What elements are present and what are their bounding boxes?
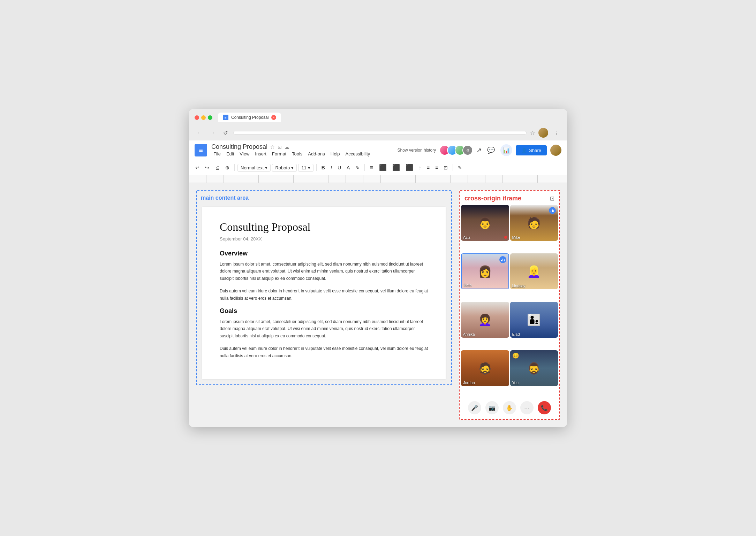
tab-docs-icon: ≡: [223, 115, 228, 120]
video-cell-mike: 🧑 Mike: [510, 205, 558, 241]
address-bar[interactable]: [233, 131, 527, 135]
underline-button[interactable]: U: [335, 163, 343, 172]
audio-bars-beth: [501, 258, 505, 261]
maximize-traffic-light[interactable]: [208, 115, 212, 120]
emoji-badge-you: 😊: [512, 352, 519, 359]
share-button[interactable]: 👤 Share: [516, 145, 547, 155]
style-dropdown[interactable]: Normal text ▾: [237, 164, 271, 172]
print-button[interactable]: 🖨: [213, 163, 222, 172]
size-dropdown-label: 11: [301, 165, 306, 170]
end-call-button[interactable]: 📞: [538, 401, 551, 414]
browser-window: ≡ Consulting Proposal × ← → ↺ ☆ ⋮ ≡ Cons…: [189, 109, 567, 427]
zoom-button[interactable]: ⊕: [223, 163, 232, 172]
participant-name-lindsay: Lindsay: [512, 284, 526, 288]
red-dot-aziz: [504, 236, 507, 239]
menu-addons[interactable]: Add-ons: [306, 151, 327, 157]
redo-button[interactable]: ↪: [203, 163, 211, 172]
menu-format[interactable]: Format: [270, 151, 288, 157]
cloud-icon[interactable]: ☁: [285, 144, 289, 150]
section1-heading: Overview: [220, 250, 428, 257]
numbered-list-button[interactable]: ≡: [433, 163, 440, 172]
trending-icon[interactable]: ↗: [476, 146, 482, 154]
collab-avatars: ⚙: [439, 145, 473, 155]
docs-document-title[interactable]: Consulting Proposal: [211, 143, 267, 151]
align-left-button[interactable]: ≡: [368, 163, 376, 173]
section2-para2: Duis autem vel eum iriure dolor in hendr…: [220, 345, 428, 359]
tab-close-button[interactable]: ×: [271, 115, 276, 120]
collab-avatar-4: ⚙: [462, 145, 473, 155]
italic-button[interactable]: I: [328, 163, 334, 172]
docs-title-row: Consulting Proposal ☆ ⊡ ☁: [211, 143, 372, 151]
docs-app-icon: ≡: [195, 144, 207, 156]
menu-tools[interactable]: Tools: [290, 151, 304, 157]
video-cell-annika: 👩‍🦱 Annika: [461, 302, 509, 338]
align-right-button[interactable]: ⬛: [390, 162, 402, 173]
share-icon: 👤: [521, 148, 527, 153]
main-area: main content area Consulting Proposal Se…: [189, 183, 567, 427]
menu-accessibility[interactable]: Accessibility: [343, 151, 372, 157]
participant-name-jordan: Jordan: [463, 381, 475, 385]
align-center-button[interactable]: ⬛: [377, 162, 389, 173]
font-dropdown-label: Roboto: [275, 165, 290, 170]
undo-button[interactable]: ↩: [193, 163, 202, 172]
raise-hand-button[interactable]: ✋: [503, 401, 516, 414]
align-justify-button[interactable]: ⬛: [403, 162, 415, 173]
line-spacing-button[interactable]: ↕: [417, 163, 423, 172]
toolbar-separator-3: [364, 164, 365, 171]
star-icon[interactable]: ☆: [270, 144, 275, 150]
camera-button[interactable]: 📷: [485, 401, 499, 414]
user-avatar-nav[interactable]: [538, 128, 548, 138]
toolbar-separator-2: [316, 164, 317, 171]
highlight-button[interactable]: ✎: [353, 163, 362, 172]
docs-header: ≡ Consulting Proposal ☆ ⊡ ☁ File Edit Vi…: [189, 140, 567, 160]
back-button[interactable]: ←: [195, 129, 204, 137]
size-dropdown[interactable]: 11 ▾: [298, 164, 313, 172]
forward-button[interactable]: →: [208, 129, 218, 137]
participant-name-mike: Mike: [512, 235, 520, 239]
font-dropdown[interactable]: Roboto ▾: [272, 164, 297, 172]
menu-help[interactable]: Help: [328, 151, 342, 157]
style-dropdown-label: Normal text: [241, 165, 264, 170]
docs-title-area: Consulting Proposal ☆ ⊡ ☁ File Edit View…: [211, 143, 372, 157]
bookmark-icon[interactable]: ☆: [530, 130, 535, 136]
participant-name-elad: Elad: [512, 332, 520, 336]
section1-para2: Duis autem vel eum iriure dolor in hendr…: [220, 288, 428, 302]
bullet-list-button[interactable]: ≡: [425, 163, 432, 172]
comments-button[interactable]: 💬: [485, 144, 497, 156]
doc-area[interactable]: main content area Consulting Proposal Se…: [189, 183, 459, 427]
bold-button[interactable]: B: [319, 163, 327, 172]
close-traffic-light[interactable]: [195, 115, 199, 120]
tab-title: Consulting Proposal: [231, 115, 269, 120]
nav-bar: ← → ↺ ☆ ⋮: [189, 125, 567, 140]
more-options-call-button[interactable]: ⋯: [520, 401, 534, 414]
ruler-marks: [189, 175, 567, 183]
more-options-button[interactable]: ✎: [456, 163, 464, 172]
browser-menu-button[interactable]: ⋮: [552, 129, 561, 137]
audio-bars-mike: [551, 209, 554, 212]
user-avatar-docs[interactable]: [550, 145, 561, 156]
video-cell-jordan: 🧔 Jordan: [461, 350, 509, 386]
video-cell-beth: 👩 Beth: [461, 253, 509, 289]
menu-view[interactable]: View: [237, 151, 251, 157]
refresh-button[interactable]: ↺: [221, 129, 230, 137]
browser-tab[interactable]: ≡ Consulting Proposal ×: [218, 113, 281, 122]
toolbar: ↩ ↪ 🖨 ⊕ Normal text ▾ Roboto ▾ 11 ▾ B I …: [189, 160, 567, 175]
menu-file[interactable]: File: [211, 151, 223, 157]
image-button[interactable]: ⊡: [441, 163, 450, 172]
video-cell-aziz: 👨 Aziz: [461, 205, 509, 241]
menu-edit[interactable]: Edit: [224, 151, 236, 157]
mic-button[interactable]: 🎤: [468, 401, 481, 414]
audio-button[interactable]: 📊: [500, 144, 512, 156]
traffic-lights: [195, 115, 212, 120]
folder-icon[interactable]: ⊡: [278, 144, 282, 150]
audio-badge-mike: [549, 207, 556, 214]
share-label: Share: [529, 148, 541, 153]
text-color-button[interactable]: A: [345, 163, 352, 172]
minimize-traffic-light[interactable]: [201, 115, 206, 120]
version-history-link[interactable]: Show version history: [398, 148, 436, 153]
expand-icon[interactable]: ⊡: [550, 195, 554, 202]
section2-para1: Lorem ipsum dolor sit amet, consectetuer…: [220, 318, 428, 339]
main-content-label: main content area: [201, 195, 249, 201]
menu-insert[interactable]: Insert: [253, 151, 269, 157]
style-dropdown-arrow: ▾: [265, 165, 267, 170]
